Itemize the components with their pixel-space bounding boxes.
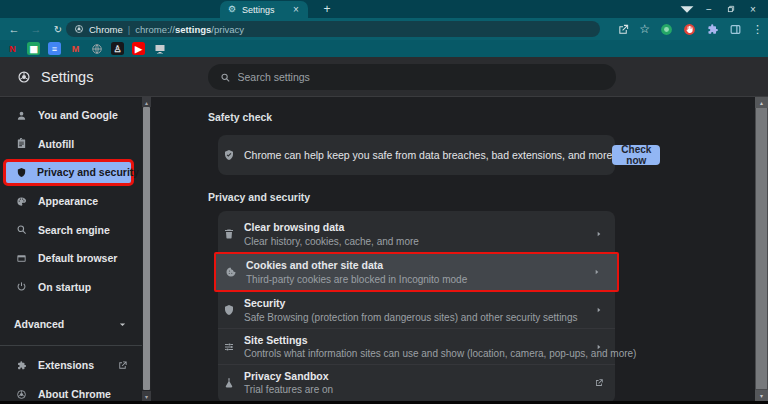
tune-icon xyxy=(223,341,235,353)
safety-check-text: Chrome can help keep you safe from data … xyxy=(244,149,612,161)
netflix-favicon[interactable]: N xyxy=(6,42,19,55)
sidebar-item-label: You and Google xyxy=(38,109,118,121)
star-icon[interactable]: ☆ xyxy=(639,23,650,35)
safety-check-card: Chrome can help keep you safe from data … xyxy=(218,135,615,175)
titlebar: ⚙ Settings × + − × xyxy=(0,0,768,18)
new-tab-button[interactable]: + xyxy=(320,2,334,16)
settings-content: Safety check Chrome can help keep you sa… xyxy=(151,98,755,401)
sidebar-item-extensions[interactable]: Extensions xyxy=(0,351,142,380)
reload-button[interactable]: ↻ xyxy=(50,18,66,40)
address-separator: | xyxy=(128,24,130,35)
share-icon[interactable] xyxy=(618,24,629,35)
sidebar-item-label: Extensions xyxy=(38,359,94,371)
monitor-favicon[interactable] xyxy=(153,42,166,55)
sidebar-divider xyxy=(0,345,142,346)
chevron-right-icon xyxy=(595,306,603,314)
settings-page: You and Google Autofill Privacy and secu… xyxy=(0,98,768,401)
search-settings-input[interactable] xyxy=(238,71,605,83)
sidebar-item-you-and-google[interactable]: You and Google xyxy=(0,101,142,130)
sidebar-item-default-browser[interactable]: Default browser xyxy=(0,244,142,273)
browser-window-icon xyxy=(16,253,27,264)
dark-site-favicon[interactable]: ♙ xyxy=(111,42,124,55)
row-title: Cookies and other site data xyxy=(246,259,467,271)
sidebar-item-label: Appearance xyxy=(38,195,98,207)
section-heading-safety-check: Safety check xyxy=(208,111,272,123)
address-url: chrome://settings/privacy xyxy=(135,24,244,35)
globe-favicon[interactable] xyxy=(90,42,103,55)
monitor-icon xyxy=(154,43,166,55)
row-security[interactable]: Security Safe Browsing (protection from … xyxy=(218,292,615,328)
cookie-icon xyxy=(225,266,237,278)
tab-close-icon[interactable]: × xyxy=(291,5,301,15)
row-cookies-and-other-site-data[interactable]: Cookies and other site data Third-party … xyxy=(214,252,619,292)
bookmarks-bar: N ▦ ≡ M ♙ ▶ xyxy=(0,40,768,57)
row-subtitle: Clear history, cookies, cache, and more xyxy=(244,236,419,247)
open-in-new-icon xyxy=(117,360,128,371)
adblock-extension-icon[interactable] xyxy=(683,23,696,36)
menu-dots-icon[interactable]: ⋮ xyxy=(752,24,763,35)
row-subtitle: Third-party cookies are blocked in Incog… xyxy=(246,274,467,285)
restore-button[interactable] xyxy=(720,0,742,18)
scrollbar-thumb[interactable] xyxy=(143,107,150,390)
flask-icon xyxy=(223,377,235,389)
search-icon xyxy=(16,224,27,235)
puzzle-extension-icon[interactable] xyxy=(706,23,719,36)
check-now-button[interactable]: Check now xyxy=(612,145,660,165)
chrome-icon xyxy=(16,389,27,400)
sidebar-item-label: Search engine xyxy=(38,224,110,236)
search-icon xyxy=(220,72,231,83)
sidebar-item-on-startup[interactable]: On startup xyxy=(0,273,142,302)
restore-icon xyxy=(727,5,735,13)
tab-search-chevron-icon[interactable] xyxy=(676,0,698,18)
open-in-new-icon xyxy=(594,378,604,388)
sidebar-item-label: Autofill xyxy=(38,138,74,150)
trash-icon xyxy=(223,228,235,240)
gmail-favicon[interactable]: M xyxy=(69,42,82,55)
youtube-favicon[interactable]: ▶ xyxy=(132,42,145,55)
row-title: Privacy Sandbox xyxy=(244,370,333,382)
power-icon xyxy=(16,281,27,292)
row-clear-browsing-data[interactable]: Clear browsing data Clear history, cooki… xyxy=(218,216,615,252)
sidebar-item-appearance[interactable]: Appearance xyxy=(0,187,142,216)
section-heading-privacy-and-security: Privacy and security xyxy=(208,191,310,203)
sidebar-item-privacy-and-security: Privacy and security xyxy=(0,158,142,187)
sidebar-item-search-engine[interactable]: Search engine xyxy=(0,215,142,244)
minimize-button[interactable]: − xyxy=(698,0,720,18)
sidebar-item-label: Privacy and security xyxy=(37,166,139,178)
sheets-favicon[interactable]: ▦ xyxy=(27,42,40,55)
close-window-button[interactable]: × xyxy=(742,0,764,18)
sidebar-item-label: About Chrome xyxy=(38,388,111,400)
sidebar-scrollbar[interactable]: ▴ ▾ xyxy=(142,97,151,401)
toolbar-actions: ☆ ⋮ xyxy=(618,18,763,40)
sidebar-extension-icon[interactable] xyxy=(729,23,742,36)
gear-icon: ⚙ xyxy=(227,5,237,15)
settings-header: Settings xyxy=(0,57,768,97)
globe-icon xyxy=(91,43,103,55)
sidebar-item-privacy-selected[interactable]: Privacy and security xyxy=(3,159,134,186)
chrome-logo-icon xyxy=(17,70,31,84)
docs-favicon[interactable]: ≡ xyxy=(48,42,61,55)
back-button[interactable]: ← xyxy=(6,18,22,40)
row-privacy-sandbox[interactable]: Privacy Sandbox Trial features are on xyxy=(218,364,615,400)
tab-settings[interactable]: ⚙ Settings × xyxy=(220,1,308,18)
chevron-right-icon xyxy=(593,268,601,276)
scroll-up-arrow-icon[interactable]: ▴ xyxy=(755,97,768,108)
scroll-down-arrow-icon[interactable]: ▾ xyxy=(755,390,768,401)
sidebar-item-autofill[interactable]: Autofill xyxy=(0,130,142,159)
sidebar-item-label: On startup xyxy=(38,281,91,293)
address-bar[interactable]: Chrome | chrome://settings/privacy xyxy=(66,21,600,37)
window-scrollbar[interactable]: ▴ ▾ xyxy=(755,97,768,401)
sidebar-advanced-toggle[interactable]: Advanced xyxy=(0,310,142,338)
chevron-down-icon xyxy=(118,320,127,329)
row-title: Site Settings xyxy=(244,334,595,346)
green-extension-icon[interactable] xyxy=(660,23,673,36)
settings-sidebar: You and Google Autofill Privacy and secu… xyxy=(0,98,142,401)
sidebar-item-label: Default browser xyxy=(38,252,117,264)
scroll-down-arrow-icon[interactable]: ▾ xyxy=(142,391,151,401)
forward-button[interactable]: → xyxy=(28,18,44,40)
scrollbar-thumb[interactable] xyxy=(756,108,767,389)
search-settings-box[interactable] xyxy=(208,64,616,90)
scroll-up-arrow-icon[interactable]: ▴ xyxy=(142,97,151,107)
row-site-settings[interactable]: Site Settings Controls what information … xyxy=(218,328,615,364)
row-subtitle: Trial features are on xyxy=(244,384,333,395)
